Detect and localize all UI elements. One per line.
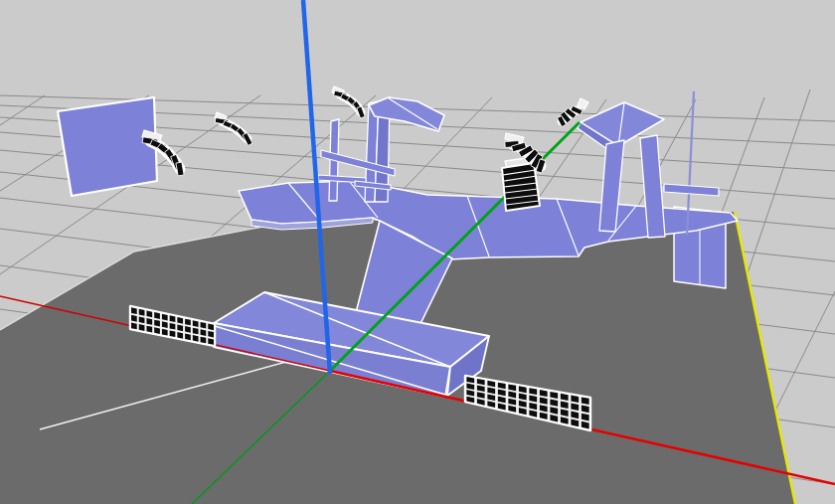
sub-array-left-cell	[146, 318, 152, 325]
sub-array-left-cell	[146, 326, 152, 333]
billboard-screen	[58, 97, 157, 196]
viewport-canvas[interactable]	[0, 0, 835, 504]
sub-array-left-cell	[139, 316, 145, 323]
sub-array-left-cell	[177, 332, 183, 339]
sub-array-left-cell	[139, 324, 145, 331]
viewport-3d[interactable]	[0, 0, 835, 504]
sub-array-left-cell	[131, 315, 137, 322]
sub-array-left-cell	[154, 320, 160, 327]
sub-array-left-cell	[193, 335, 199, 342]
sub-array-left-cell	[208, 338, 214, 345]
sub-array-left-cell	[201, 337, 207, 344]
sub-array-left-cell	[185, 334, 191, 341]
sub-array-left-cell	[162, 329, 168, 336]
sub-array-left-cell	[131, 323, 137, 330]
sub-array-left-cell	[131, 307, 137, 314]
sub-array-left-cell	[170, 323, 176, 330]
sub-array-left-cell	[154, 327, 160, 334]
sub-array-left-cell	[170, 330, 176, 337]
sub-array-left-cell	[162, 321, 168, 328]
